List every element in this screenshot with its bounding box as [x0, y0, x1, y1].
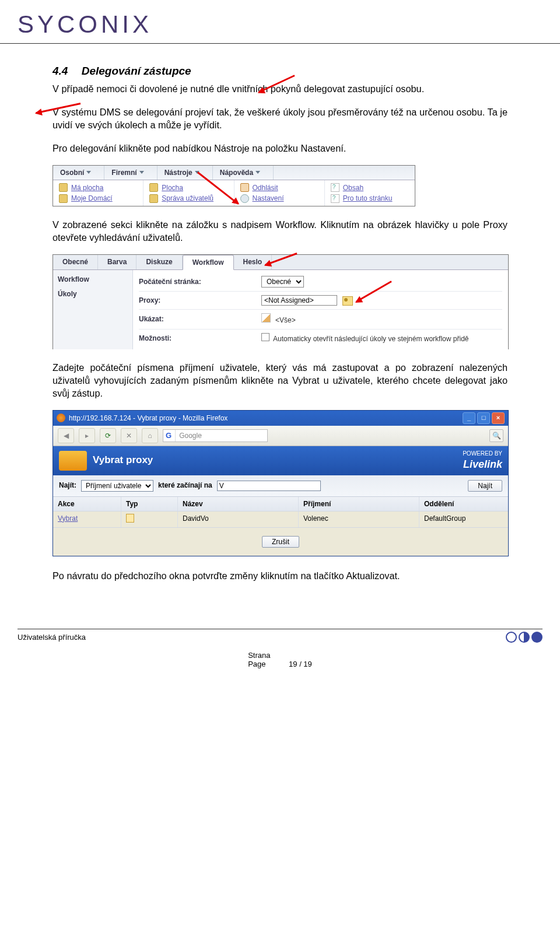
window-title: http://192.168.7.124 - Vybrat proxy - Mo… — [69, 414, 228, 423]
browser-toolbar: ◀ ▸ ⟳ ✕ ⌂ G Google 🔍 — [53, 426, 508, 446]
full-circle-icon — [531, 632, 542, 643]
pencil-icon[interactable] — [261, 313, 271, 323]
footer-title: Uživatelská příručka — [18, 633, 86, 642]
find-mode-label: které začínají na — [158, 481, 212, 490]
maximize-button[interactable]: □ — [477, 412, 490, 424]
search-box[interactable]: G Google — [163, 429, 268, 442]
input-proxy[interactable] — [261, 295, 337, 306]
livelink-header: Vybrat proxy POWERED BY Livelink — [53, 446, 508, 475]
col-typ: Typ — [121, 497, 178, 511]
brand-logo: SYCONIX — [18, 10, 542, 38]
col-nazev: Název — [178, 497, 299, 511]
link-plocha[interactable]: Plocha — [162, 183, 183, 192]
label-ukazat: Ukázat: — [139, 314, 261, 324]
col-oddeleni: Oddělení — [419, 497, 508, 511]
paragraph: Pro delegování klikněte pod nabídkou Nás… — [52, 142, 508, 155]
find-label: Najít: — [59, 481, 76, 490]
dialog-title: Vybrat proxy — [93, 454, 153, 467]
select-pocatecni[interactable]: Obecné — [261, 276, 304, 288]
paragraph: V systému DMS se delegování projeví tak,… — [52, 106, 508, 131]
section-heading: 4.4 Delegování zástupce — [52, 64, 508, 79]
home-icon — [59, 194, 68, 203]
tab-obecne[interactable]: Obecné — [53, 255, 98, 269]
chevron-down-icon — [256, 171, 260, 174]
back-button[interactable]: ◀ — [58, 428, 74, 443]
google-icon: G — [166, 430, 172, 441]
section-title: Delegování zástupce — [82, 65, 191, 77]
chevron-down-icon — [86, 171, 91, 174]
link-sprava-uzivatelu[interactable]: Správa uživatelů — [162, 194, 214, 203]
livelink-brand: POWERED BY Livelink — [463, 450, 502, 472]
user-type-icon — [126, 514, 134, 523]
close-button[interactable]: × — [492, 412, 505, 424]
search-row: Najít: Příjmení uživatele které začínají… — [53, 475, 508, 497]
half-circle-icon — [519, 632, 530, 643]
users-graphic-icon — [59, 451, 87, 471]
screenshot-workflow: Obecné Barva Diskuze Workflow Heslo Work… — [52, 254, 509, 349]
cell-oddeleni: DefaultGroup — [419, 511, 508, 527]
sidebar-item-ukoly[interactable]: Úkoly — [58, 289, 128, 299]
circle-icon — [506, 632, 517, 643]
tabbar: Obecné Barva Diskuze Workflow Heslo — [53, 255, 508, 270]
firefox-icon — [57, 414, 65, 422]
paragraph: V zobrazené sekci klikněte na záložku s … — [52, 218, 508, 244]
help-icon — [331, 194, 340, 203]
home-button[interactable]: ⌂ — [142, 428, 158, 443]
tab-diskuze[interactable]: Diskuze — [136, 255, 182, 269]
link-obsah[interactable]: Obsah — [343, 183, 363, 192]
link-nastaveni[interactable]: Nastavení — [253, 194, 284, 203]
screenshot-dialog: http://192.168.7.124 - Vybrat proxy - Mo… — [52, 410, 509, 556]
footer-ornament — [506, 632, 542, 643]
find-button[interactable]: Najít — [468, 480, 502, 492]
screenshot-menu: Osobní Firemní Nástroje Nápověda Má ploc… — [52, 165, 415, 207]
menubar: Osobní Firemní Nástroje Nápověda — [53, 166, 415, 180]
link-pro-tuto-stranku[interactable]: Pro tuto stránku — [343, 194, 393, 203]
menu-napoveda[interactable]: Nápověda — [213, 166, 274, 180]
link-moje-domaci[interactable]: Moje Domácí — [71, 194, 113, 203]
cancel-button[interactable]: Zrušit — [262, 536, 299, 548]
checkbox-icon[interactable] — [261, 333, 270, 341]
paragraph: Po návratu do předchozího okna potvrďte … — [52, 569, 508, 582]
find-value-input[interactable] — [217, 481, 321, 491]
logout-icon — [240, 183, 249, 192]
value-ukazat: <Vše> — [275, 316, 296, 324]
page-footer: Uživatelská příručka — [18, 629, 542, 643]
label-pocatecni: Počáteční stránka: — [139, 277, 261, 286]
find-field-select[interactable]: Příjmení uživatele — [81, 480, 153, 492]
option-auto-open: Automaticky otevřít následující úkoly ve… — [273, 335, 468, 343]
users-icon — [149, 194, 158, 203]
page-number: Strana Page 19 / 19 — [0, 643, 560, 668]
minimize-button[interactable]: _ — [463, 412, 475, 424]
folder-icon — [59, 183, 68, 192]
forward-button[interactable]: ▸ — [79, 428, 95, 443]
menu-firemni[interactable]: Firemní — [104, 166, 157, 180]
label-proxy: Proxy: — [139, 296, 261, 305]
window-titlebar: http://192.168.7.124 - Vybrat proxy - Mo… — [53, 411, 508, 426]
folder-icon — [149, 183, 158, 192]
link-ma-plocha[interactable]: Má plocha — [71, 183, 103, 192]
cancel-row: Zrušit — [53, 528, 508, 556]
cell-nazev: DavidVo — [178, 511, 299, 527]
search-placeholder: Google — [179, 431, 202, 440]
search-icon[interactable]: 🔍 — [489, 429, 503, 442]
paragraph: V případě nemoci či dovolené je nutné dl… — [52, 82, 508, 95]
tab-barva[interactable]: Barva — [98, 255, 136, 269]
link-odhlasit[interactable]: Odhlásit — [253, 183, 278, 192]
tab-workflow[interactable]: Workflow — [183, 255, 234, 270]
cell-prijmeni: Volenec — [299, 511, 419, 527]
stop-button[interactable]: ✕ — [121, 428, 137, 443]
reload-button[interactable]: ⟳ — [100, 428, 116, 443]
chevron-down-icon — [139, 171, 144, 174]
browse-user-icon[interactable] — [342, 296, 353, 306]
col-akce: Akce — [53, 497, 121, 511]
paragraph: Zadejte počáteční písmena příjmení uživa… — [52, 361, 508, 400]
menu-osobni[interactable]: Osobní — [53, 166, 104, 180]
page-header: SYCONIX — [0, 0, 560, 44]
table-header: Akce Typ Název Příjmení Oddělení — [53, 497, 508, 511]
col-prijmeni: Příjmení — [299, 497, 419, 511]
sidebar-item-workflow[interactable]: Workflow — [58, 275, 128, 284]
workflow-sidebar: Workflow Úkoly — [53, 270, 133, 349]
label-moznosti: Možnosti: — [139, 334, 261, 343]
link-vybrat[interactable]: Vybrat — [58, 514, 78, 523]
table-row: Vybrat DavidVo Volenec DefaultGroup — [53, 511, 508, 528]
